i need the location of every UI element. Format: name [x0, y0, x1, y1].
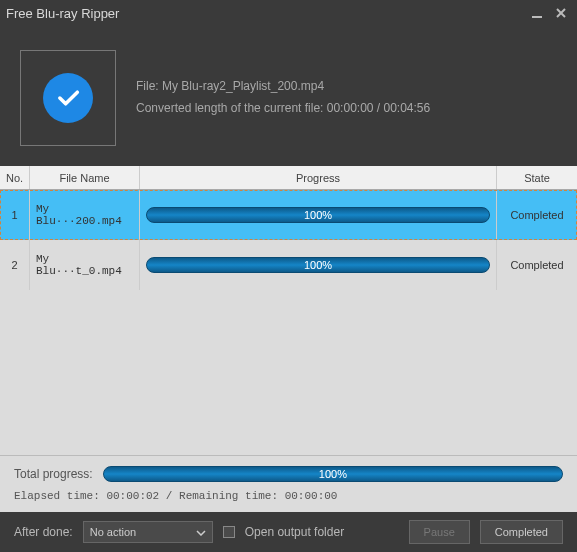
completed-button[interactable]: Completed: [480, 520, 563, 544]
header-no[interactable]: No.: [0, 166, 30, 189]
titlebar: Free Blu-ray Ripper: [0, 0, 577, 26]
progress-text: 100%: [147, 208, 489, 222]
table-header: No. File Name Progress State: [0, 166, 577, 190]
total-progress-bar: 100%: [103, 466, 563, 482]
header-filename[interactable]: File Name: [30, 166, 140, 189]
total-progress-row: Total progress: 100%: [14, 466, 563, 482]
file-line: File: My Blu-ray2_Playlist_200.mp4: [136, 76, 430, 98]
window-title: Free Blu-ray Ripper: [6, 6, 523, 21]
file-table: No. File Name Progress State 1 My Blu···…: [0, 166, 577, 512]
converted-line: Converted length of the current file: 00…: [136, 98, 430, 120]
app-window: Free Blu-ray Ripper File: My Blu-ray2_Pl…: [0, 0, 577, 552]
cell-progress: 100%: [140, 190, 497, 240]
after-done-select[interactable]: No action: [83, 521, 213, 543]
header-progress[interactable]: Progress: [140, 166, 497, 189]
minimize-icon: [530, 6, 544, 20]
checkmark-badge: [43, 73, 93, 123]
checkmark-icon: [54, 84, 82, 112]
progress-bar: 100%: [146, 207, 490, 223]
total-progress-label: Total progress:: [14, 467, 93, 481]
footer: After done: No action Open output folder…: [0, 512, 577, 552]
cell-state: Completed: [497, 240, 577, 290]
after-done-value: No action: [90, 526, 136, 538]
table-row[interactable]: 2 My Blu···t_0.mp4 100% Completed: [0, 240, 577, 290]
table-row[interactable]: 1 My Blu···200.mp4 100% Completed: [0, 190, 577, 240]
cell-progress: 100%: [140, 240, 497, 290]
cell-no: 1: [0, 190, 30, 240]
after-done-label: After done:: [14, 525, 73, 539]
cell-state: Completed: [497, 190, 577, 240]
info-panel: File: My Blu-ray2_Playlist_200.mp4 Conve…: [0, 26, 577, 166]
thumbnail-box: [20, 50, 116, 146]
minimize-button[interactable]: [527, 3, 547, 23]
chevron-down-icon: [196, 526, 206, 538]
total-progress-text: 100%: [104, 467, 562, 481]
info-text: File: My Blu-ray2_Playlist_200.mp4 Conve…: [136, 76, 430, 119]
header-state[interactable]: State: [497, 166, 577, 189]
cell-filename: My Blu···t_0.mp4: [30, 240, 140, 290]
cell-filename: My Blu···200.mp4: [30, 190, 140, 240]
open-output-checkbox[interactable]: [223, 526, 235, 538]
cell-no: 2: [0, 240, 30, 290]
progress-text: 100%: [147, 258, 489, 272]
close-icon: [554, 6, 568, 20]
close-button[interactable]: [551, 3, 571, 23]
table-body: 1 My Blu···200.mp4 100% Completed 2 My B…: [0, 190, 577, 455]
totals-panel: Total progress: 100% Elapsed time: 00:00…: [0, 455, 577, 512]
open-output-label: Open output folder: [245, 525, 344, 539]
progress-bar: 100%: [146, 257, 490, 273]
time-line: Elapsed time: 00:00:02 / Remaining time:…: [14, 490, 563, 502]
pause-button[interactable]: Pause: [409, 520, 470, 544]
